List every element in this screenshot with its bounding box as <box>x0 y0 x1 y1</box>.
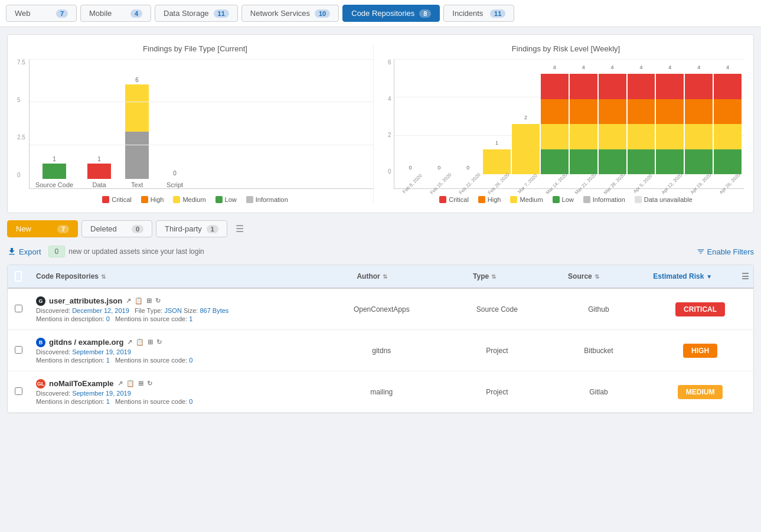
tab-networkservices[interactable]: Network Services10 <box>241 5 339 22</box>
refresh-icon-2[interactable]: ↻ <box>147 380 152 387</box>
tab-coderepos[interactable]: Code Repositories8 <box>342 5 440 22</box>
risk-badge-2: MEDIUM <box>678 385 723 399</box>
th-risk-label: Estimated Risk <box>653 272 704 280</box>
th-repo-sort[interactable]: ⇅ <box>101 273 106 280</box>
bar-sourcecode-segment <box>43 164 66 179</box>
row-checkbox-input-1[interactable] <box>15 346 22 354</box>
table-menu-icon[interactable]: ☰ <box>742 272 749 281</box>
filter-tab-thirdparty[interactable]: Third-party1 <box>156 220 227 237</box>
weekly-bar-group: 4Mar 14, 2020 <box>541 74 569 174</box>
th-menu: ☰ <box>734 266 753 287</box>
weekly-bar-group: 4Apr 5, 2020 <box>628 74 655 174</box>
add-icon-1[interactable]: ⊞ <box>148 338 153 346</box>
tab-web[interactable]: Web7 <box>6 5 77 22</box>
weekly-bar-group: 4Apr 12, 2020 <box>656 74 684 174</box>
filter-tab-deleted[interactable]: Deleted0 <box>81 220 152 237</box>
mentions-desc-1: 1 <box>106 357 110 364</box>
repo-meta-1: Discovered: September 19, 2019 <box>36 348 312 355</box>
row-author-1: gitdns <box>319 342 444 360</box>
th-author-label: Author <box>357 272 380 280</box>
legend-medium: Medium <box>173 196 205 203</box>
th-author: Author ⇅ <box>311 266 433 286</box>
tab-badge-networkservices: 10 <box>315 9 330 18</box>
repo-stats-0: Mentions in description: 0 Mentions in s… <box>36 315 312 322</box>
table-header: Code Repositories ⇅ Author ⇅ Type ⇅ Sour… <box>8 265 753 289</box>
bar-data: 1 Data <box>87 156 111 188</box>
copy-icon-1[interactable]: 📋 <box>136 338 144 346</box>
weekly-bar-group: 2Mar 7, 2020 <box>512 124 540 174</box>
charts-area: Findings by File Type [Current] 0 2.5 5 … <box>7 34 754 213</box>
refresh-icon-0[interactable]: ↻ <box>155 297 161 305</box>
repo-name-2: GL noMailToExample ↗ 📋 ⊞ ↻ <box>36 379 312 389</box>
repo-stats-1: Mentions in description: 1 Mentions in s… <box>36 357 312 364</box>
asset-count: 0 <box>55 247 59 256</box>
tab-badge-incidents: 11 <box>490 9 505 18</box>
risk-badge-1: HIGH <box>683 344 717 358</box>
bar-text: 6 Text <box>125 77 149 188</box>
tab-mobile[interactable]: Mobile4 <box>80 5 151 22</box>
weekly-bar-group: 4Apr 19, 2020 <box>685 74 713 174</box>
add-icon-2[interactable]: ⊞ <box>138 380 143 387</box>
row-checkbox-2[interactable] <box>8 383 29 402</box>
row-checkbox-input-0[interactable] <box>15 305 22 312</box>
add-icon-0[interactable]: ⊞ <box>146 297 152 305</box>
filter-tab-new[interactable]: New7 <box>7 220 78 237</box>
th-source-sort[interactable]: ⇅ <box>595 273 599 280</box>
external-link-icon-0[interactable]: ↗ <box>126 297 131 305</box>
refresh-icon-1[interactable]: ↻ <box>156 338 162 346</box>
tab-incidents[interactable]: Incidents11 <box>443 5 514 22</box>
enable-filters-button[interactable]: Enable Filters <box>697 247 754 256</box>
discovered-link-0[interactable]: December 12, 2019 <box>72 307 129 314</box>
row-checkbox-0[interactable] <box>8 300 29 319</box>
tab-label-networkservices: Network Services <box>250 9 310 18</box>
row-type-1: Project <box>444 342 550 360</box>
th-author-sort[interactable]: ⇅ <box>383 273 387 280</box>
legend-info-label: Information <box>256 196 288 203</box>
repo-stats-2: Mentions in description: 1 Mentions in s… <box>36 398 312 405</box>
row-checkbox-input-2[interactable] <box>15 387 22 395</box>
mentions-desc-0: 0 <box>106 315 110 322</box>
bar-chart-bars: 1 Source Code 1 Data 6 Tex <box>29 59 373 189</box>
legend-data-unavailable: Data unavailable <box>644 196 693 203</box>
row-checkbox-1[interactable] <box>8 341 29 360</box>
external-link-icon-2[interactable]: ↗ <box>117 380 123 387</box>
filter-tabs-container: New7Deleted0Third-party1 <box>7 220 227 237</box>
tab-badge-datastorage: 11 <box>214 9 229 18</box>
tab-datastorage[interactable]: Data Storage11 <box>155 5 238 22</box>
copy-icon-2[interactable]: 📋 <box>126 380 135 387</box>
legend-critical: Critical <box>102 196 132 203</box>
repo-name-1: B gitdns / example.org ↗ 📋 ⊞ ↻ <box>36 338 312 347</box>
repo-name-0: G user_attributes.json ↗ 📋 ⊞ ↻ <box>36 296 312 306</box>
export-label: Export <box>19 247 41 256</box>
legend-low: Low <box>215 196 237 203</box>
discovered-link-1[interactable]: September 19, 2019 <box>72 348 131 355</box>
tab-label-incidents: Incidents <box>452 9 483 18</box>
y-label-5: 5 <box>17 97 25 103</box>
th-checkbox <box>8 265 29 288</box>
risk-badge-0: CRITICAL <box>675 302 725 316</box>
copy-icon-0[interactable]: 📋 <box>135 297 143 305</box>
repo-title-0: user_attributes.json <box>49 296 122 305</box>
weekly-bar-group: 4Mar 28, 2020 <box>599 74 626 174</box>
external-link-icon-1[interactable]: ↗ <box>127 338 132 346</box>
discovered-link-2[interactable]: September 19, 2019 <box>72 390 131 397</box>
left-legend: Critical High Medium Low Information <box>17 196 373 203</box>
table-row: B gitdns / example.org ↗ 📋 ⊞ ↻ Discovere… <box>8 330 753 371</box>
row-type-0: Source Code <box>444 301 550 318</box>
filter-tab-badge-thirdparty: 1 <box>207 225 218 233</box>
row-risk-2: MEDIUM <box>647 380 753 404</box>
mentions-source-1: 0 <box>189 357 192 364</box>
filter-tab-badge-new: 7 <box>57 225 69 233</box>
th-type: Type ⇅ <box>433 266 536 286</box>
mentions-source-2: 0 <box>189 398 192 405</box>
row-repo-2: GL noMailToExample ↗ 📋 ⊞ ↻ Discovered: S… <box>29 374 319 410</box>
right-chart: Findings by Risk Level [Weekly] 0 2 4 6 … <box>373 44 744 203</box>
legend-info: Information <box>246 196 288 203</box>
th-type-sort[interactable]: ⇅ <box>491 273 496 280</box>
header-checkbox[interactable] <box>15 271 22 282</box>
bar-data-label: Data <box>93 181 106 188</box>
filter-menu-icon[interactable]: ☰ <box>231 221 249 237</box>
th-repo: Code Repositories ⇅ <box>29 266 311 286</box>
export-button[interactable]: Export <box>7 247 41 256</box>
th-risk-sort[interactable]: ▼ <box>706 273 712 280</box>
